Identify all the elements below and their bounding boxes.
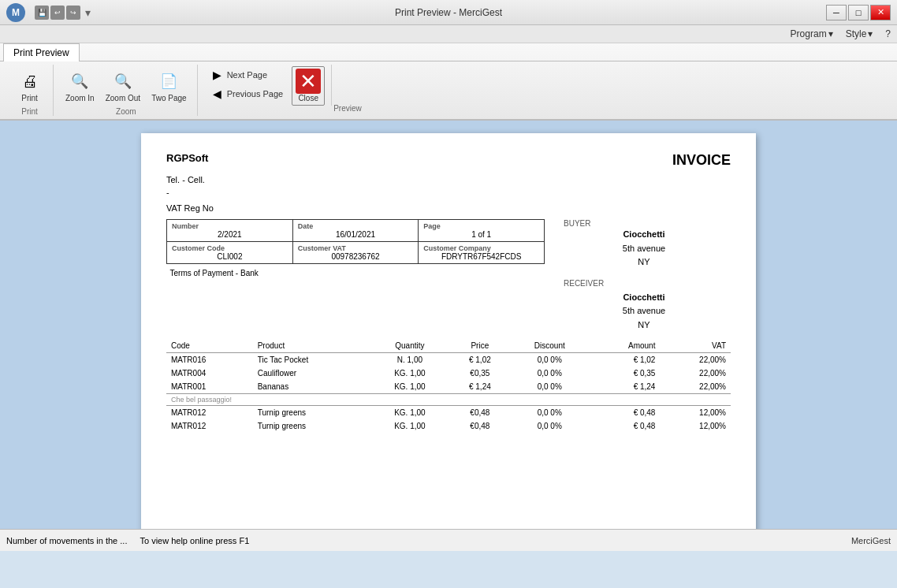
main-area: RGPSoft INVOICE Tel. - Cell. - VAT Reg N…	[0, 121, 897, 529]
terms-of-payment: Terms of Payment - Bank	[170, 269, 259, 277]
table-cell: 12,00%	[660, 405, 731, 419]
contact-line: Tel. - Cell.	[166, 175, 731, 184]
buyer-name: Ciocchetti	[557, 228, 731, 242]
buyer-label: BUYER	[564, 219, 731, 228]
minimize-button[interactable]: ─	[826, 5, 847, 20]
two-page-label: Two Page	[151, 94, 186, 103]
window-title: Print Preview - MerciGest	[0, 7, 897, 18]
table-cell: €0,35	[449, 367, 511, 380]
close-preview-button[interactable]: ✕ Close	[292, 66, 325, 106]
table-cell: MATR012	[166, 419, 253, 433]
table-cell: €0,48	[449, 419, 511, 433]
separator-label: Che bel passaggio!	[166, 393, 731, 405]
maximize-button[interactable]: □	[848, 5, 869, 20]
zoom-in-button[interactable]: 🔍 Zoom In	[61, 66, 99, 106]
receiver-label: RECEIVER	[564, 279, 731, 288]
items-tbody: MATR016Tic Tac PocketN. 1,00€ 1,020,0 0%…	[166, 352, 731, 433]
next-page-button[interactable]: ▶ Next Page	[206, 66, 289, 84]
info-table: Number 2/2021 Date 16/01/2021 Page 1 of …	[166, 219, 545, 290]
col-header-product: Product	[253, 339, 370, 353]
menu-bar: Program ▾ Style ▾ ?	[0, 25, 897, 43]
col-header-price: Price	[449, 339, 511, 353]
qa-save-icon[interactable]: 💾	[35, 6, 49, 20]
table-cell: Tic Tac Pocket	[253, 352, 370, 367]
customer-code-value: CLI002	[172, 252, 288, 261]
ribbon-tab-print-preview[interactable]: Print Preview	[3, 43, 80, 61]
customer-vat-value: 00978236762	[298, 252, 414, 261]
items-table: Code Product Quantity Price Discount Amo…	[166, 339, 731, 433]
customer-company-label: Customer Company	[423, 244, 539, 252]
info-table-container: Number 2/2021 Date 16/01/2021 Page 1 of …	[166, 219, 545, 333]
dash-line: -	[166, 188, 731, 197]
table-cell: €0,48	[449, 405, 511, 419]
main-content-row: Number 2/2021 Date 16/01/2021 Page 1 of …	[166, 219, 731, 333]
date-label: Date	[298, 222, 414, 230]
app-icon: M	[6, 3, 25, 22]
table-cell: MATR004	[166, 367, 253, 380]
table-cell: € 1,02	[589, 352, 661, 367]
page-value: 1 of 1	[423, 230, 539, 239]
table-cell: KG. 1,00	[370, 367, 449, 380]
table-cell: € 1,02	[449, 352, 511, 367]
window-controls: ─ □ ✕	[826, 5, 891, 20]
col-header-discount: Discount	[511, 339, 589, 353]
table-cell: 12,00%	[660, 419, 731, 433]
table-cell: N. 1,00	[370, 352, 449, 367]
qa-undo-icon[interactable]: ↩	[50, 6, 65, 20]
page-label: Page	[423, 222, 539, 230]
table-cell: € 0,48	[589, 405, 661, 419]
table-cell: 22,00%	[660, 380, 731, 394]
close-window-button[interactable]: ✕	[870, 5, 891, 20]
menu-help[interactable]: ?	[885, 28, 891, 39]
zoom-out-icon: 🔍	[110, 69, 136, 94]
zoom-in-icon: 🔍	[67, 69, 92, 94]
two-page-button[interactable]: 📄 Two Page	[147, 66, 190, 106]
qa-dropdown-icon[interactable]: ▾	[85, 6, 91, 19]
col-header-quantity: Quantity	[370, 339, 449, 353]
date-value: 16/01/2021	[298, 230, 414, 239]
buyer-address2: NY	[557, 255, 731, 270]
title-bar-left: M 💾 ↩ ↪ ▾	[6, 3, 94, 22]
col-header-vat: VAT	[660, 339, 731, 353]
menu-program[interactable]: Program ▾	[791, 28, 833, 39]
customer-vat-label: Customer VAT	[298, 244, 414, 252]
table-cell: Turnip greens	[253, 405, 370, 419]
table-row: MATR001BananasKG. 1,00€ 1,240,0 0%€ 1,24…	[166, 380, 731, 394]
col-header-code: Code	[166, 339, 253, 353]
prev-page-button[interactable]: ◀ Previous Page	[206, 85, 289, 102]
table-cell: Turnip greens	[253, 419, 370, 433]
status-app-name: MerciGest	[851, 536, 891, 545]
close-preview-icon: ✕	[296, 69, 321, 94]
print-button[interactable]: 🖨 Print	[13, 66, 47, 106]
table-cell: KG. 1,00	[370, 405, 449, 419]
ribbon-group-preview: ▶ Next Page ◀ Previous Page ✕ Close Prev…	[199, 65, 333, 106]
receiver-address1: 5th avenue	[557, 304, 731, 318]
table-cell: 0,0 0%	[511, 352, 589, 367]
menu-style[interactable]: Style ▾	[846, 28, 873, 39]
table-cell: € 0,35	[589, 367, 661, 380]
status-left: Number of movements in the ... To view h…	[6, 536, 249, 545]
customer-code-label: Customer Code	[172, 244, 288, 252]
status-movements: Number of movements in the ...	[6, 536, 127, 545]
buyer-block: BUYER Ciocchetti 5th avenue NY	[557, 219, 731, 270]
status-help: To view help online press F1	[140, 536, 249, 545]
table-cell: Bananas	[253, 380, 370, 394]
print-group-label: Print	[21, 107, 38, 116]
ribbon-group-print: 🖨 Print Print	[6, 65, 54, 116]
zoom-group-buttons: 🔍 Zoom In 🔍 Zoom Out 📄 Two Page	[61, 66, 191, 106]
zoom-out-button[interactable]: 🔍 Zoom Out	[102, 66, 144, 106]
receiver-address2: NY	[557, 318, 731, 333]
table-cell: MATR001	[166, 380, 253, 394]
company-name-text: RGPSoft	[166, 152, 208, 164]
table-cell: 0,0 0%	[511, 367, 589, 380]
qa-redo-icon[interactable]: ↪	[66, 6, 80, 20]
two-page-icon: 📄	[156, 69, 181, 94]
table-cell: 0,0 0%	[511, 405, 589, 419]
ribbon-tabs: Print Preview	[0, 43, 897, 61]
table-cell: KG. 1,00	[370, 380, 449, 394]
nav-buttons-container: ▶ Next Page ◀ Previous Page	[206, 66, 289, 102]
table-row: MATR004CauliflowerKG. 1,00€0,350,0 0%€ 0…	[166, 367, 731, 380]
print-group-buttons: 🖨 Print	[13, 66, 47, 106]
separator-row: Che bel passaggio!	[166, 393, 731, 405]
buyer-info: Ciocchetti 5th avenue NY	[557, 228, 731, 270]
